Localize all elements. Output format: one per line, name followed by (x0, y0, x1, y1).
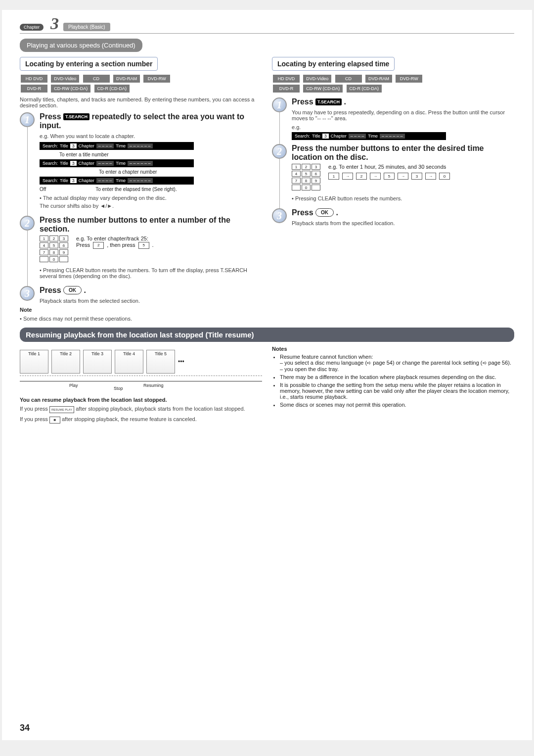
v: 3 (70, 143, 77, 148)
tile: Title 3 (83, 350, 112, 374)
fmt: HD DVD (272, 74, 300, 83)
search-bar-3: Search: Title 3 Chapter – – – – Time – –… (40, 177, 194, 185)
l: Chapter (79, 143, 94, 148)
stop-label: Stop (114, 386, 123, 391)
fmt: CD-R (CD-DA) (94, 84, 131, 93)
v: 3 (70, 178, 77, 183)
eg: e.g. To enter 1 hour, 25 minutes, and 30… (328, 164, 450, 170)
step-number-2: 2 (20, 216, 35, 231)
v: – – – – (96, 143, 114, 148)
n1b: – you open the disc tray. (280, 366, 339, 372)
l: Chapter (331, 134, 347, 139)
clear: • Pressing CLEAR button resets the numbe… (292, 195, 514, 201)
left-subheader: Locating by entering a section number (20, 57, 158, 71)
key-2: 2 (93, 241, 104, 249)
noteB: The cursor shifts also by ◄/►. (40, 203, 262, 209)
r-step1-title: Press T.SEARCH . (292, 97, 514, 106)
v: – – – – – – (128, 143, 153, 148)
fmt: DVD-R (272, 84, 300, 93)
step1-title: Press T.SEARCH repeatedly to select the … (40, 112, 262, 130)
l: Chapter (79, 161, 94, 166)
noteC: • Some discs may not permit these operat… (20, 316, 262, 322)
l: Time (116, 161, 126, 166)
fmt: HD DVD (20, 74, 48, 83)
n1a: – you select a disc menu language (➪ pag… (280, 360, 511, 366)
step-1-right: 1 Press T.SEARCH . You may have to press… (272, 97, 514, 140)
t: Press (40, 286, 63, 294)
l: Title (312, 134, 320, 139)
fmt: DVD-RW (143, 74, 171, 83)
t: , then press (107, 242, 135, 248)
right-column: Locating by entering elapsed time HD DVD… (272, 57, 514, 325)
fmt: DVD-R (20, 84, 48, 93)
fmt: DVD-RAM (365, 74, 393, 83)
step-3-right: 3 Press OK . Playback starts from the sp… (272, 208, 514, 229)
ok-button: OK (63, 286, 82, 294)
n1: Resume feature cannot function when: – y… (280, 354, 514, 372)
fmt: CD (335, 74, 362, 83)
dots: ••• (178, 358, 184, 365)
chapter-number: 3 (50, 19, 59, 29)
formats-left: HD DVD DVD-Video CD DVD-RAM DVD-RW DVD-R… (20, 74, 262, 94)
r-step2-title: Press the number buttons to enter the de… (292, 144, 514, 162)
l: Search: (43, 161, 58, 166)
stop-button: ■ (49, 416, 60, 422)
l: Search: (43, 178, 58, 183)
step-2-left: 2 Press the number buttons to enter a nu… (20, 216, 262, 282)
v: 3 (322, 134, 329, 139)
keypad-icon: 1234567890 (40, 236, 68, 262)
v: – – – – (96, 178, 114, 183)
end: Playback starts from the specified locat… (292, 220, 395, 226)
left-column: Locating by entering a section number HD… (20, 57, 262, 325)
tile: Title 1 (20, 350, 48, 374)
step-2-right: 2 Press the number buttons to enter the … (272, 144, 514, 204)
t: . (344, 97, 346, 106)
chapter-label: Chapter (20, 24, 44, 31)
l: Title (60, 143, 68, 148)
l: Search: (295, 134, 310, 139)
right-subheader: Locating by entering elapsed time (272, 57, 395, 71)
l: Chapter (79, 178, 94, 183)
notes-h: Notes (272, 346, 514, 352)
tsearch-button: T.SEARCH (315, 98, 342, 105)
l: Title (60, 161, 68, 166)
fmt: CD-RW (CD-DA) (50, 84, 91, 93)
play-label: Play (69, 383, 78, 388)
note-h: Note (20, 307, 262, 313)
search-bar-1: Search: Title 3 Chapter – – – – Time – –… (40, 142, 194, 150)
play-timeline: Play Stop Resuming (20, 376, 262, 388)
step-number-1: 1 (272, 97, 287, 112)
step-number-3: 3 (20, 286, 35, 301)
formats-right: HD DVD DVD-Video CD DVD-RAM DVD-RW DVD-R… (272, 74, 514, 94)
chapter-title: Playback (Basic) (63, 23, 110, 31)
tile: Title 4 (115, 350, 143, 374)
n3: It is possible to change the setting fro… (280, 382, 514, 400)
fmt: DVD-Video (50, 74, 80, 83)
key-5: 5 (138, 241, 149, 249)
tile: Title 2 (51, 350, 80, 374)
t: Press (292, 208, 315, 217)
clear-note: • Pressing CLEAR button resets the numbe… (40, 267, 262, 279)
off: Off (40, 187, 46, 192)
l: Time (368, 134, 378, 139)
t: Press (40, 112, 63, 121)
resume-header: Resuming playback from the location last… (20, 328, 514, 342)
v: – – – – – – (380, 134, 405, 139)
step-number-2: 2 (272, 144, 287, 159)
step-number-3: 3 (272, 208, 287, 223)
p2: If you press ■ after stopping playback, … (20, 416, 262, 424)
eg: e.g. To enter chapter/track 25: (76, 236, 154, 241)
v: – – – – – – (128, 178, 153, 183)
tsearch-button: T.SEARCH (63, 113, 89, 120)
fmt: DVD-RW (395, 74, 423, 83)
r-step3-title: Press OK . (292, 208, 395, 217)
page-number: 34 (20, 723, 30, 733)
search-bar-r: Search: Title 3 Chapter – – – – Time – –… (292, 132, 446, 140)
cap: To enter a chapter number (99, 169, 262, 175)
step-number-1: 1 (20, 112, 35, 127)
resuming-label: Resuming (143, 383, 164, 388)
l: Time (116, 178, 126, 183)
fmt: CD-R (CD-DA) (346, 84, 383, 93)
p1: If you press RESUME PLAY after stopping … (20, 406, 262, 413)
n4: Some discs or scenes may not permit this… (280, 402, 514, 408)
